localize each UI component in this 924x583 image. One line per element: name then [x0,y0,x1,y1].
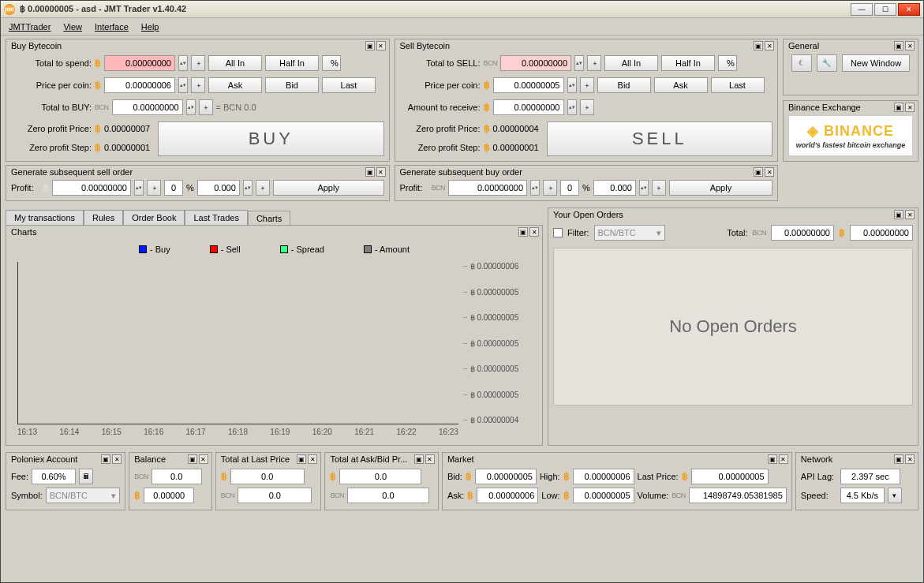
bid-button[interactable]: Bid [265,77,319,93]
low-label: Low: [541,491,559,500]
spinner-icon[interactable]: ▴▾ [567,99,577,115]
spinner-icon[interactable]: ▴▾ [243,180,253,196]
all-in-button[interactable]: All In [604,55,658,71]
menu-view[interactable]: View [63,22,82,32]
menu-interface[interactable]: Interface [95,22,129,32]
ask-button[interactable]: Ask [654,77,708,93]
panel-restore-icon[interactable]: ▣ [894,103,903,112]
zero-input[interactable] [560,180,579,196]
panel-close-icon[interactable]: ✕ [376,41,386,50]
panel-restore-icon[interactable]: ▣ [188,454,197,464]
panel-restore-icon[interactable]: ▣ [894,210,903,219]
spinner-icon[interactable]: ▴▾ [567,77,577,93]
panel-restore-icon[interactable]: ▣ [365,167,375,177]
symbol-select[interactable]: BCN/BTC [46,488,121,503]
panel-restore-icon[interactable]: ▣ [297,454,306,464]
btc-icon: ฿ [134,490,140,501]
mouse-icon[interactable]: ⍆ [652,180,666,196]
panel-restore-icon[interactable]: ▣ [101,454,110,464]
mouse-icon[interactable]: ⍆ [199,99,213,115]
half-in-button[interactable]: Half In [661,55,715,71]
spinner-icon[interactable]: ▴▾ [530,180,540,196]
maximize-button[interactable]: ☐ [874,3,896,16]
panel-close-icon[interactable]: ✕ [779,454,788,464]
pct-input[interactable] [197,180,240,196]
mouse-icon[interactable]: ⍆ [587,55,601,71]
panel-restore-icon[interactable]: ▣ [754,167,763,177]
panel-close-icon[interactable]: ✕ [765,41,774,50]
sell-button[interactable]: SELL [547,121,772,156]
apply-button[interactable]: Apply [669,180,772,196]
mouse-icon[interactable]: ⍆ [580,99,594,115]
wrench-icon[interactable]: 🔧 [817,54,837,72]
exchange-logo[interactable]: BINANCE world's fastest bitcoin exchange [788,115,913,156]
mouse-icon[interactable]: ⍆ [191,77,205,93]
profit-input[interactable] [52,180,131,196]
mouse-icon[interactable]: ⍆ [256,180,270,196]
total-sell-input[interactable] [500,55,571,71]
percent-button[interactable]: % [718,55,737,71]
menu-help[interactable]: Help [141,22,159,32]
filter-checkbox[interactable] [553,228,563,237]
calc-icon[interactable]: 🖩 [79,469,93,484]
profit-input[interactable] [448,180,527,196]
last-button[interactable]: Last [711,77,765,93]
mouse-icon[interactable]: ⍆ [147,180,161,196]
panel-close-icon[interactable]: ✕ [905,41,915,50]
panel-close-icon[interactable]: ✕ [199,454,208,464]
panel-close-icon[interactable]: ✕ [308,454,317,464]
panel-restore-icon[interactable]: ▣ [754,41,763,50]
new-window-button[interactable]: New Window [842,54,910,72]
panel-close-icon[interactable]: ✕ [905,103,915,112]
tab-last-trades[interactable]: Last Trades [185,210,247,225]
ask-button[interactable]: Ask [208,77,262,93]
tab-rules[interactable]: Rules [84,210,123,225]
panel-close-icon[interactable]: ✕ [529,227,539,237]
all-in-button[interactable]: All In [208,55,262,71]
menu-jmttrader[interactable]: JMTTrader [9,22,51,32]
panel-close-icon[interactable]: ✕ [112,454,122,464]
chart-plot-area[interactable] [17,262,458,424]
tab-order-book[interactable]: Order Book [123,210,185,225]
apply-button[interactable]: Apply [273,180,384,196]
price-input[interactable] [104,77,175,93]
bid-button[interactable]: Bid [597,77,651,93]
spinner-icon[interactable]: ▴▾ [186,99,196,115]
panel-close-icon[interactable]: ✕ [425,454,435,464]
panel-close-icon[interactable]: ✕ [376,167,386,177]
panel-restore-icon[interactable]: ▣ [894,41,903,50]
percent-button[interactable]: % [322,55,341,71]
panel-close-icon[interactable]: ✕ [905,454,915,464]
panel-restore-icon[interactable]: ▣ [414,454,424,464]
last-button[interactable]: Last [322,77,376,93]
panel-restore-icon[interactable]: ▣ [894,454,903,464]
panel-restore-icon[interactable]: ▣ [768,454,777,464]
close-button[interactable]: ✕ [898,3,920,16]
panel-restore-icon[interactable]: ▣ [365,41,375,50]
total-buy-input[interactable] [112,99,183,115]
chevron-down-icon[interactable]: ▾ [888,488,902,503]
pct-input[interactable] [593,180,636,196]
mouse-icon[interactable]: ⍆ [543,180,557,196]
minimize-button[interactable]: — [851,3,873,16]
receive-input[interactable] [493,99,564,115]
spinner-icon[interactable]: ▴▾ [178,77,188,93]
pair-select[interactable]: BCN/BTC [594,225,665,241]
tab-charts[interactable]: Charts [248,211,290,226]
mouse-icon[interactable]: ⍆ [191,55,205,71]
panel-close-icon[interactable]: ✕ [905,210,915,219]
spinner-icon[interactable]: ▴▾ [134,180,144,196]
spinner-icon[interactable]: ▴▾ [178,55,188,71]
zero-input[interactable] [164,180,183,196]
total-spend-input[interactable] [104,55,175,71]
mouse-icon[interactable]: ⍆ [580,77,594,93]
buy-button[interactable]: BUY [158,121,383,156]
panel-restore-icon[interactable]: ▣ [518,227,528,237]
half-in-button[interactable]: Half In [265,55,319,71]
price-input[interactable] [493,77,564,93]
spinner-icon[interactable]: ▴▾ [574,55,584,71]
tab-my-transactions[interactable]: My transactions [6,210,84,225]
panel-close-icon[interactable]: ✕ [765,167,774,177]
moon-icon[interactable]: ☾ [791,54,812,72]
spinner-icon[interactable]: ▴▾ [639,180,649,196]
